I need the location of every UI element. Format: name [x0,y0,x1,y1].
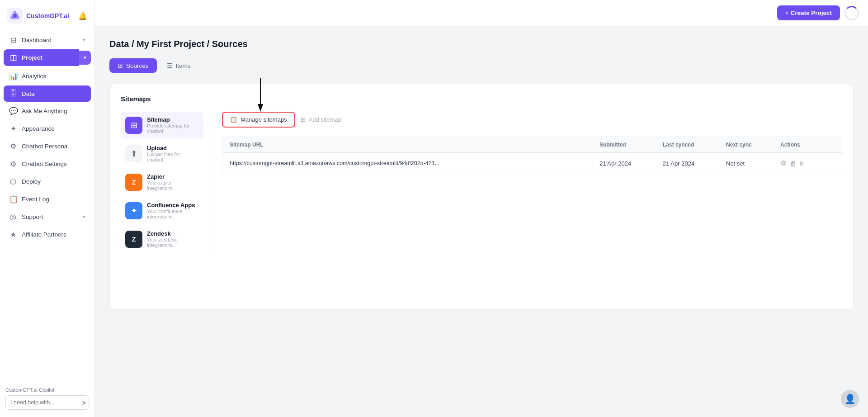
support-icon: ◎ [9,213,17,221]
main-area: + Create Project Data / My First Project… [95,0,868,417]
sidebar-item-label: Event Log [22,196,49,203]
tabs: ⊞ Sources ☰ Items [109,58,854,73]
sidebar-item-label: Dashboard [22,37,52,43]
sitemap-type-zapier[interactable]: Z Zapier Your zapier integrations. [121,169,203,195]
delete-action-icon[interactable]: 🗑 [790,160,797,167]
tab-sources[interactable]: ⊞ Sources [109,58,157,73]
svg-point-2 [13,14,17,18]
settings-icon: ⚙ [9,160,17,168]
row-submitted: 21 Apr 2024 [599,160,663,167]
bell-icon[interactable]: 🔔 [78,12,87,20]
logo-area: CustomGPT.ai 🔔 [0,0,94,32]
tab-items-label: Items [176,62,191,69]
sitemap-type-name: Confluence Apps [147,202,199,208]
sources-tab-icon: ⊞ [118,62,123,69]
avatar[interactable]: 👤 [841,390,859,408]
add-sitemap-button[interactable]: ⊞ Add sitemap [301,116,341,123]
add-sitemap-label: Add sitemap [309,116,341,123]
project-main-btn[interactable]: ◫ Project [4,49,79,66]
create-project-button[interactable]: + Create Project [777,5,840,20]
loading-spinner [844,6,859,20]
sidebar-item-data[interactable]: 🗄 Data [4,85,91,102]
sidebar-item-label: Affiliate Partners [22,231,66,238]
sidebar-item-chatbot-persona[interactable]: ⚙ Chatbot Persona [4,138,91,155]
sidebar-project-label: Project [22,54,42,61]
sitemap-type-name: Zendesk [147,230,199,237]
sitemap-type-confluence[interactable]: ✦ Confluence Apps Your confluence integr… [121,197,203,224]
copilot-input[interactable] [10,399,81,406]
sidebar-item-label: Support [22,213,43,220]
sidebar-item-label: Chatbot Persona [22,143,67,150]
logo-text: CustomGPT.ai [26,12,69,19]
sidebar-item-deploy[interactable]: ⬡ Deploy [4,173,91,190]
row-last-synced: 21 Apr 2024 [663,160,726,167]
sitemap-actions: 📋 Manage sitemaps ⊞ Add sitemap [222,112,842,128]
sidebar-item-chatbot-settings[interactable]: ⚙ Chatbot Settings [4,156,91,172]
copilot-label: CustomGPT.ai Copilot [5,387,89,393]
svg-point-5 [10,16,13,19]
tab-items[interactable]: ☰ Items [159,58,199,73]
sitemaps-title: Sitemaps [121,95,842,103]
table-header: Sitemap URL Submitted Last synced Next s… [222,137,842,153]
project-chevron-btn[interactable]: ▾ [79,51,91,65]
sitemap-type-desc: Upload files for chatbot. [147,152,199,162]
content-card: Sitemaps ⊞ Sitemap Provide sitemap for c… [109,84,854,310]
sitemap-table: Sitemap URL Submitted Last synced Next s… [222,137,842,174]
sidebar-item-analytics[interactable]: 📊 Analytics [4,68,91,85]
sitemap-type-name: Sitemap [147,116,199,123]
sidebar: CustomGPT.ai 🔔 ⊟ Dashboard ▾ ◫ Project ▾… [0,0,95,417]
appearance-icon: ✦ [9,124,17,133]
chat-icon: 💬 [9,107,17,115]
sidebar-item-label: Chatbot Settings [22,161,67,167]
sitemap-type-name: Zapier [147,173,199,180]
sitemap-type-desc: Your confluence integrations. [147,208,199,219]
content-area: Data / My First Project / Sources ⊞ Sour… [95,26,868,417]
row-actions: ⚙ 🗑 ⎘ [780,159,835,167]
dashboard-icon: ⊟ [9,36,17,44]
sidebar-item-project[interactable]: ◫ Project ▾ [4,49,91,66]
sidebar-item-label: Deploy [22,178,41,185]
col-last-synced: Last synced [663,142,726,148]
manage-sitemaps-button[interactable]: 📋 Manage sitemaps [222,112,295,128]
sidebar-item-dashboard[interactable]: ⊟ Dashboard ▾ [4,32,91,48]
table-row: https://customgpt-streamlit.s3.amazonaws… [222,153,842,174]
avatar-wrap: 👤 [841,390,859,408]
settings-action-icon[interactable]: ⚙ [780,159,786,167]
col-next-sync: Next sync [726,142,780,148]
zapier-icon: Z [125,174,142,191]
logo-icon [7,8,23,24]
sidebar-item-label: Appearance [22,125,55,132]
sitemap-type-upload[interactable]: ⬆ Upload Upload files for chatbot. [121,140,203,167]
zendesk-icon: Z [125,231,142,248]
topbar: + Create Project [95,0,868,26]
add-sitemap-icon: ⊞ [301,116,306,123]
sitemap-type-desc: Your zendesk integrations. [147,237,199,248]
sidebar-item-affiliate-partners[interactable]: ★ Affiliate Partners [4,226,91,243]
sitemap-type-icon-sitemap: ⊞ [125,117,142,134]
copy-action-icon[interactable]: ⎘ [800,160,804,167]
row-next-sync: Not set [726,160,780,167]
col-submitted: Submitted [599,142,663,148]
tab-sources-label: Sources [126,62,149,69]
affiliate-icon: ★ [9,230,17,239]
sidebar-item-support[interactable]: ◎ Support ▾ [4,208,91,225]
sidebar-item-ask-me-anything[interactable]: 💬 Ask Me Anything [4,103,91,119]
sitemap-type-name: Upload [147,145,199,152]
create-project-label: + Create Project [785,9,832,16]
send-icon[interactable]: ➤ [81,399,87,406]
sitemap-layout: ⊞ Sitemap Provide sitemap for chatbot. ⬆… [121,112,842,252]
col-url: Sitemap URL [230,142,599,148]
upload-icon: ⬆ [125,145,142,162]
sidebar-item-label: Ask Me Anything [22,108,67,114]
chevron-down-icon: ▾ [83,214,85,220]
chevron-down-icon: ▾ [83,37,85,43]
sitemap-type-zendesk[interactable]: Z Zendesk Your zendesk integrations. [121,226,203,252]
persona-icon: ⚙ [9,142,17,151]
sitemap-type-list: ⊞ Sitemap Provide sitemap for chatbot. ⬆… [121,112,211,252]
sitemap-type-sitemap[interactable]: ⊞ Sitemap Provide sitemap for chatbot. [121,112,203,138]
sidebar-item-label: Data [22,90,35,97]
sidebar-item-appearance[interactable]: ✦ Appearance [4,120,91,137]
sidebar-item-event-log[interactable]: 📋 Event Log [4,191,91,208]
sitemap-type-desc: Your zapier integrations. [147,180,199,191]
analytics-icon: 📊 [9,72,17,81]
